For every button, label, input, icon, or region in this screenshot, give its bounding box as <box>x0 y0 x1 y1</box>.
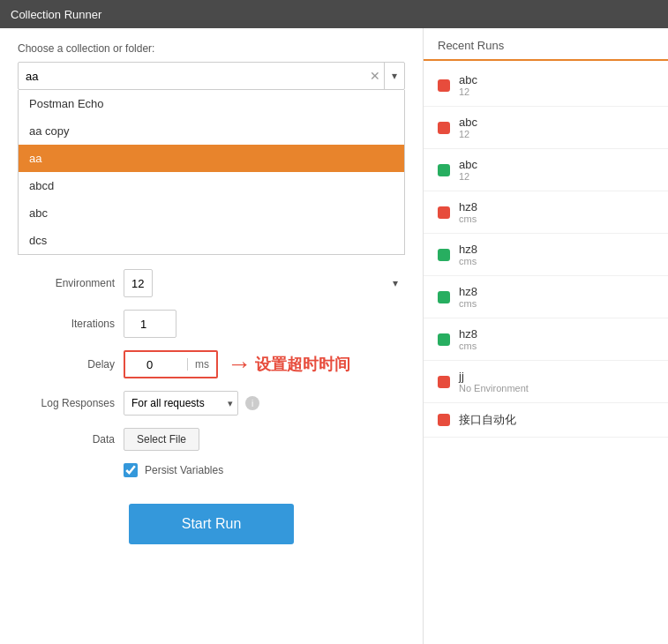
run-status-dot <box>438 376 450 388</box>
persist-variables-checkbox[interactable] <box>124 463 138 477</box>
run-item[interactable]: hz8cms <box>424 234 668 276</box>
run-env: No Environment <box>459 383 529 393</box>
run-env: 12 <box>459 171 477 182</box>
iterations-row: Iterations <box>18 310 405 338</box>
environment-select[interactable]: 12 <box>124 269 153 297</box>
run-info: hz8cms <box>459 243 477 266</box>
run-item[interactable]: abc12 <box>424 64 668 107</box>
run-info: hz8cms <box>459 327 477 351</box>
run-status-dot <box>438 291 450 303</box>
recent-runs-header: Recent Runs <box>424 28 668 61</box>
run-item[interactable]: jjNo Environment <box>424 361 668 403</box>
data-row: Data Select File <box>18 428 405 451</box>
log-select-outer: For all requests For failed requests Non… <box>124 391 238 416</box>
run-name: jj <box>459 370 529 383</box>
run-list: abc12abc12abc12hz8cmshz8cmshz8cmshz8cmsj… <box>424 64 668 438</box>
dropdown-toggle-button[interactable]: ▾ <box>384 63 404 89</box>
run-status-dot <box>438 249 450 261</box>
run-item[interactable]: abc12 <box>424 107 668 149</box>
collection-label: Choose a collection or folder: <box>18 42 405 55</box>
persist-variables-row: Persist Variables <box>18 463 405 477</box>
run-name: abc <box>459 73 477 86</box>
run-env: 12 <box>459 86 477 97</box>
run-status-dot <box>438 164 450 176</box>
dropdown-item-postman-echo[interactable]: Postman Echo <box>19 90 404 117</box>
environment-row: Environment 12 <box>18 269 405 297</box>
run-item[interactable]: hz8cms <box>424 191 668 234</box>
run-item[interactable]: 接口自动化 <box>424 403 668 438</box>
left-panel: Choose a collection or folder: ✕ ▾ Postm… <box>0 28 424 644</box>
run-env: cms <box>459 256 477 266</box>
run-info: hz8cms <box>459 285 477 309</box>
annotation-text: 设置超时时间 <box>255 354 350 375</box>
collection-select-wrapper: ✕ ▾ Postman Echo aa copy aa abcd abc dcs <box>18 62 405 255</box>
run-info: abc12 <box>459 158 477 182</box>
iterations-input[interactable] <box>124 310 176 338</box>
dropdown-item-abc[interactable]: abc <box>19 199 404 227</box>
main-layout: Choose a collection or folder: ✕ ▾ Postm… <box>0 28 668 644</box>
log-responses-row: Log Responses For all requests For faile… <box>18 391 405 416</box>
run-status-dot <box>438 333 450 346</box>
log-responses-label: Log Responses <box>18 397 115 409</box>
run-env: 12 <box>459 129 477 139</box>
dropdown-item-dcs[interactable]: dcs <box>19 227 404 254</box>
app-title: Collection Runner <box>11 8 101 21</box>
run-name: abc <box>459 116 477 129</box>
run-info: abc12 <box>459 73 477 97</box>
run-env: cms <box>459 298 477 309</box>
dropdown-item-aa-copy[interactable]: aa copy <box>19 117 404 145</box>
delay-annotation-wrapper: ms → 设置超时时间 <box>124 350 350 378</box>
run-name: hz8 <box>459 200 477 213</box>
run-status-dot <box>438 206 450 219</box>
environment-label: Environment <box>18 277 115 289</box>
iterations-label: Iterations <box>18 318 115 330</box>
right-panel: Recent Runs abc12abc12abc12hz8cmshz8cmsh… <box>424 28 668 644</box>
collection-input-row: ✕ ▾ <box>18 62 405 90</box>
run-env: cms <box>459 213 477 224</box>
run-name: hz8 <box>459 327 477 341</box>
start-run-button[interactable]: Start Run <box>129 504 295 544</box>
delay-unit: ms <box>187 358 216 371</box>
run-info: abc12 <box>459 116 477 139</box>
collection-search-input[interactable] <box>19 70 366 83</box>
clear-input-button[interactable]: ✕ <box>366 69 384 83</box>
run-item[interactable]: hz8cms <box>424 318 668 361</box>
delay-label: Delay <box>18 358 115 371</box>
run-env: cms <box>459 341 477 351</box>
run-name: 接口自动化 <box>459 412 516 428</box>
run-status-dot <box>438 79 450 92</box>
log-responses-select[interactable]: For all requests For failed requests Non… <box>124 391 238 416</box>
run-info: hz8cms <box>459 200 477 224</box>
run-name: hz8 <box>459 243 477 256</box>
log-select-wrapper: For all requests For failed requests Non… <box>124 391 259 416</box>
data-label: Data <box>18 433 115 446</box>
delay-input-wrapper: ms <box>124 350 218 378</box>
annotation-arrow-icon: → <box>227 352 251 377</box>
dropdown-item-aa[interactable]: aa <box>19 145 404 172</box>
delay-input[interactable] <box>125 352 187 377</box>
run-item[interactable]: hz8cms <box>424 276 668 318</box>
info-icon: i <box>245 396 259 410</box>
run-status-dot <box>438 414 450 426</box>
persist-variables-label: Persist Variables <box>145 464 223 476</box>
environment-select-wrapper: 12 <box>124 269 405 297</box>
dropdown-item-abcd[interactable]: abcd <box>19 172 404 199</box>
run-name: abc <box>459 158 477 171</box>
title-bar: Collection Runner <box>0 0 668 28</box>
run-info: jjNo Environment <box>459 370 529 393</box>
run-status-dot <box>438 122 450 134</box>
run-item[interactable]: abc12 <box>424 149 668 191</box>
collection-dropdown-list: Postman Echo aa copy aa abcd abc dcs <box>18 90 405 255</box>
run-name: hz8 <box>459 285 477 298</box>
select-file-button[interactable]: Select File <box>124 428 199 451</box>
start-run-wrapper: Start Run <box>18 495 405 544</box>
delay-row: Delay ms → 设置超时时间 <box>18 350 405 378</box>
run-info: 接口自动化 <box>459 412 516 428</box>
